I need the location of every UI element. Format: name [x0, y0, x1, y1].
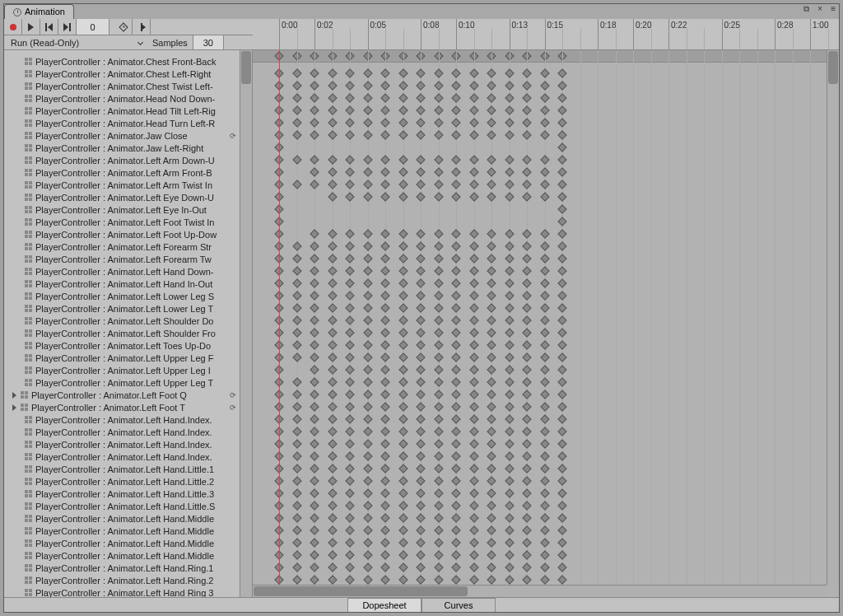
- keyframe[interactable]: [363, 352, 372, 362]
- keyframe[interactable]: [505, 291, 514, 300]
- keyframe[interactable]: [328, 192, 337, 201]
- keyframe[interactable]: [345, 427, 354, 436]
- keyframe[interactable]: [292, 105, 301, 114]
- keyframe[interactable]: [505, 352, 514, 362]
- keyframe[interactable]: [451, 513, 460, 522]
- keyframe[interactable]: [540, 254, 549, 263]
- keyframe[interactable]: [292, 68, 301, 77]
- keyframe[interactable]: [540, 81, 549, 90]
- property-row[interactable]: PlayerController : Animator.Left Forearm…: [4, 253, 252, 265]
- keyframe[interactable]: [522, 278, 531, 287]
- property-row[interactable]: PlayerController : Animator.Left Forearm…: [4, 240, 252, 253]
- keyframe-row[interactable]: [253, 500, 827, 512]
- keyframe[interactable]: [398, 451, 408, 460]
- keyframe-row[interactable]: [253, 154, 827, 166]
- keyframe[interactable]: [469, 575, 478, 584]
- keyframe[interactable]: [522, 93, 531, 102]
- keyframe[interactable]: [416, 501, 425, 510]
- keyframe[interactable]: [345, 241, 354, 250]
- keyframe[interactable]: [487, 365, 496, 374]
- keyframe[interactable]: [416, 525, 425, 534]
- keyframe[interactable]: [557, 68, 566, 77]
- keyframe[interactable]: [328, 266, 337, 275]
- keyframe[interactable]: [345, 501, 354, 510]
- keyframe[interactable]: [487, 402, 496, 411]
- keyframe[interactable]: [522, 365, 531, 374]
- keyframe[interactable]: [451, 315, 460, 324]
- keyframe[interactable]: [363, 241, 372, 250]
- keyframe[interactable]: [292, 130, 301, 139]
- scrollbar-thumb[interactable]: [241, 51, 251, 84]
- keyframe[interactable]: [557, 451, 566, 460]
- keyframe[interactable]: [416, 340, 425, 349]
- keyframe[interactable]: [451, 390, 460, 399]
- keyframe[interactable]: [310, 464, 319, 473]
- keyframe[interactable]: [469, 229, 478, 238]
- keyframe[interactable]: [487, 562, 496, 572]
- keyframe[interactable]: [328, 550, 337, 559]
- keyframe[interactable]: [416, 68, 425, 77]
- keyframe[interactable]: [380, 118, 389, 127]
- playhead[interactable]: [279, 50, 280, 585]
- keyframe[interactable]: [363, 402, 372, 411]
- keyframe-row[interactable]: [253, 142, 827, 154]
- keyframe[interactable]: [345, 93, 354, 102]
- keyframe[interactable]: [557, 118, 566, 127]
- keyframe[interactable]: [434, 303, 443, 312]
- keyframe[interactable]: [310, 315, 319, 324]
- keyframe[interactable]: [345, 278, 354, 287]
- keyframe[interactable]: [487, 340, 496, 349]
- keyframe[interactable]: [557, 525, 566, 534]
- keyframe[interactable]: [292, 81, 301, 90]
- property-row[interactable]: PlayerController : Animator.Left Upper L…: [4, 364, 252, 376]
- property-row[interactable]: PlayerController : Animator.Head Tilt Le…: [4, 105, 252, 117]
- keyframe[interactable]: [292, 538, 301, 547]
- keyframe[interactable]: [380, 538, 389, 547]
- keyframe[interactable]: [363, 291, 372, 300]
- keyframe[interactable]: [540, 167, 549, 176]
- keyframe[interactable]: [416, 254, 425, 263]
- keyframe-row[interactable]: [253, 376, 827, 389]
- keyframe[interactable]: [292, 439, 301, 448]
- keyframe[interactable]: [522, 525, 531, 534]
- keyframe[interactable]: [434, 377, 443, 386]
- keyframe[interactable]: [487, 414, 496, 423]
- keyframe[interactable]: [398, 365, 408, 374]
- dopesheet-tab[interactable]: Dopesheet: [347, 598, 422, 612]
- keyframe[interactable]: [487, 513, 496, 522]
- keyframe-row[interactable]: [253, 426, 827, 438]
- keyframe-row[interactable]: [253, 105, 827, 117]
- keyframe[interactable]: [398, 402, 408, 411]
- keyframe[interactable]: [310, 118, 319, 127]
- keyframe[interactable]: [345, 328, 354, 337]
- keyframe-row[interactable]: [253, 463, 827, 475]
- keyframe[interactable]: [363, 451, 372, 460]
- keyframe[interactable]: [328, 464, 337, 473]
- keyframe[interactable]: [557, 155, 566, 164]
- keyframe[interactable]: [451, 328, 460, 337]
- keyframe[interactable]: [292, 402, 301, 411]
- menu-icon[interactable]: ≡: [829, 4, 837, 14]
- keyframe[interactable]: [380, 365, 389, 374]
- keyframe[interactable]: [363, 278, 372, 287]
- keyframe[interactable]: [380, 192, 389, 201]
- keyframe[interactable]: [505, 402, 514, 411]
- keyframe[interactable]: [328, 427, 337, 436]
- keyframe[interactable]: [540, 513, 549, 522]
- keyframe[interactable]: [540, 291, 549, 300]
- dopesheet-area[interactable]: [253, 50, 827, 585]
- keyframe[interactable]: [310, 155, 319, 164]
- keyframe[interactable]: [398, 93, 408, 102]
- keyframe[interactable]: [434, 229, 443, 238]
- keyframe[interactable]: [363, 476, 372, 485]
- keyframe[interactable]: [328, 365, 337, 374]
- keyframe-row[interactable]: [253, 80, 827, 92]
- keyframe[interactable]: [469, 68, 478, 77]
- keyframe[interactable]: [292, 155, 301, 164]
- keyframe[interactable]: [380, 229, 389, 238]
- keyframe[interactable]: [416, 155, 425, 164]
- keyframe[interactable]: [540, 229, 549, 238]
- keyframe[interactable]: [505, 451, 514, 460]
- keyframe[interactable]: [557, 241, 566, 250]
- keyframe[interactable]: [416, 427, 425, 436]
